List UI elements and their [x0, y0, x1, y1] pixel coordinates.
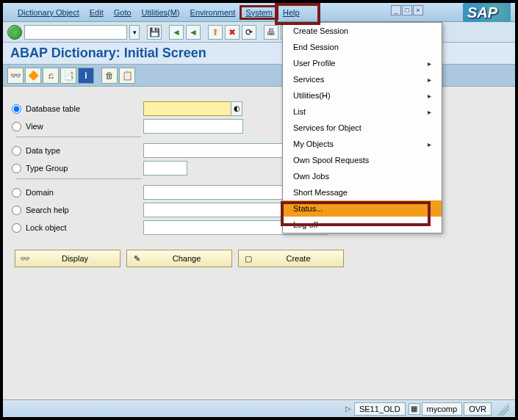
label-lock-object: Lock object — [26, 223, 143, 232]
radio-domain[interactable] — [12, 188, 21, 198]
label-domain: Domain — [26, 188, 143, 197]
exit-icon[interactable]: ◄ — [186, 25, 201, 40]
menu-system[interactable]: System — [241, 7, 277, 18]
back-icon[interactable]: ◄ — [169, 25, 184, 40]
activate-icon[interactable]: 🔶 — [25, 68, 41, 84]
restore-icon[interactable]: □ — [402, 5, 412, 15]
pencil-icon: ✎ — [132, 254, 142, 264]
display-button[interactable]: 👓 Display — [15, 250, 120, 267]
input-type-group[interactable] — [143, 161, 187, 175]
menu-utilities-h[interactable]: Utilities(H)▸ — [283, 87, 442, 104]
status-expand-icon[interactable]: ▷ — [344, 405, 353, 413]
button-row: 👓 Display ✎ Change ▢ Create — [12, 250, 506, 267]
minimize-icon[interactable]: _ — [391, 5, 401, 15]
menu-services-for-object[interactable]: Services for Object — [283, 120, 442, 136]
command-field[interactable] — [24, 25, 127, 40]
hierarchy-icon[interactable]: 📑 — [60, 68, 76, 84]
menu-status[interactable]: Status... — [283, 200, 442, 217]
menu-edit[interactable]: Edit — [85, 7, 108, 18]
system-menu-dropdown: Create Session End Session User Profile▸… — [282, 22, 442, 233]
menu-end-session[interactable]: End Session — [283, 39, 442, 55]
radio-database-table[interactable] — [12, 104, 21, 114]
blank-page-icon: ▢ — [243, 254, 253, 264]
print-icon[interactable]: 🖶 — [264, 25, 278, 40]
up-icon[interactable]: ⬆ — [208, 25, 223, 40]
radio-type-group[interactable] — [12, 164, 21, 173]
menu-list[interactable]: List▸ — [283, 104, 442, 120]
where-used-icon[interactable]: ⎌ — [43, 68, 59, 84]
glasses-icon: 👓 — [20, 254, 30, 264]
label-database-table: Database table — [26, 104, 143, 113]
radio-lock-object[interactable] — [12, 223, 21, 233]
menu-own-spool-requests[interactable]: Own Spool Requests — [283, 152, 442, 168]
input-view[interactable] — [143, 119, 243, 134]
label-data-type: Data type — [26, 146, 143, 155]
f4-help-icon[interactable]: ◐ — [231, 101, 242, 116]
change-button[interactable]: ✎ Change — [126, 250, 232, 267]
radio-view[interactable] — [12, 122, 21, 131]
info-icon[interactable]: i — [78, 68, 94, 84]
label-view: View — [26, 122, 143, 131]
cancel-icon[interactable]: ✖ — [225, 25, 240, 40]
menu-utilities[interactable]: Utilities(M) — [137, 7, 184, 18]
radio-data-type[interactable] — [12, 146, 21, 156]
menu: Dictionary Object Edit Goto Utilities(M)… — [3, 7, 304, 18]
separator — [16, 137, 141, 137]
status-host: mycomp — [422, 402, 463, 416]
menu-goto[interactable]: Goto — [109, 7, 136, 18]
status-bar: ▷ SE11_OLD ▦ mycomp OVR — [3, 399, 515, 417]
menu-short-message[interactable]: Short Message — [283, 184, 442, 200]
label-search-help: Search help — [26, 206, 143, 214]
display-icon[interactable]: 👓 — [7, 68, 24, 84]
window-controls: _ □ × — [391, 5, 423, 15]
menu-services[interactable]: Services▸ — [283, 71, 442, 87]
change-button-label: Change — [146, 254, 227, 263]
status-icon[interactable]: ▦ — [409, 403, 420, 415]
status-ovr: OVR — [464, 402, 492, 416]
save-icon[interactable]: 💾 — [147, 25, 162, 40]
menu-user-profile[interactable]: User Profile▸ — [283, 55, 442, 71]
menu-log-off[interactable]: Log off — [283, 217, 442, 233]
menu-my-objects[interactable]: My Objects▸ — [283, 136, 442, 152]
delete-icon[interactable]: 🗑 — [101, 68, 118, 84]
input-database-table[interactable] — [143, 101, 231, 116]
create-button[interactable]: ▢ Create — [238, 250, 344, 267]
display-button-label: Display — [35, 254, 115, 263]
radio-search-help[interactable] — [12, 206, 21, 215]
resize-grip-icon[interactable] — [496, 402, 509, 416]
command-dropdown-icon[interactable]: ▾ — [129, 25, 140, 40]
close-icon[interactable]: × — [413, 5, 423, 15]
menu-environment[interactable]: Environment — [186, 7, 240, 18]
refresh-icon[interactable]: ⟳ — [242, 25, 256, 40]
sap-logo: SAP — [463, 3, 511, 22]
label-type-group: Type Group — [26, 164, 143, 173]
menubar: Dictionary Object Edit Goto Utilities(M)… — [3, 3, 515, 22]
enter-icon[interactable] — [7, 25, 22, 40]
copy-icon[interactable]: 📋 — [119, 68, 135, 84]
menu-own-jobs[interactable]: Own Jobs — [283, 168, 442, 184]
menu-dictionary-object[interactable]: Dictionary Object — [13, 7, 84, 18]
menu-help[interactable]: Help — [278, 7, 304, 18]
status-program: SE11_OLD — [354, 402, 406, 416]
separator — [16, 178, 141, 179]
app-window: Dictionary Object Edit Goto Utilities(M)… — [0, 0, 518, 420]
create-button-label: Create — [258, 254, 339, 263]
menu-create-session[interactable]: Create Session — [283, 23, 442, 39]
